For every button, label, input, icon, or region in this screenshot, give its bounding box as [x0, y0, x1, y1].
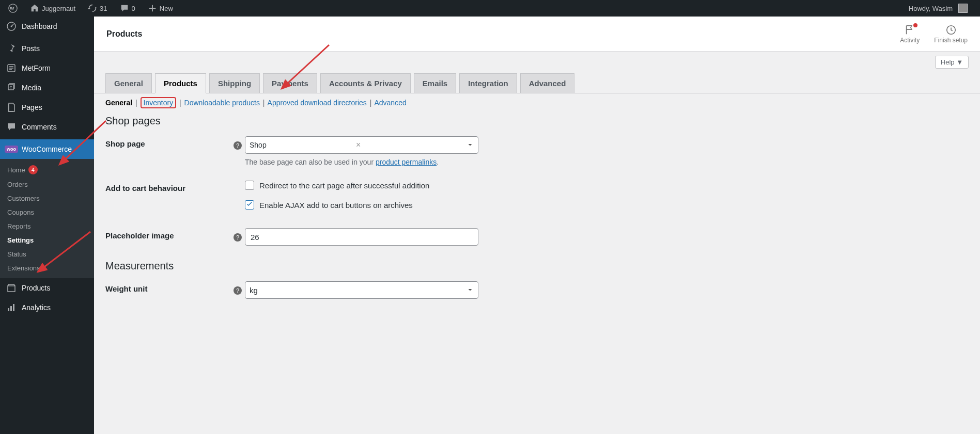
menu-label: WooCommerce: [22, 145, 72, 153]
submenu-settings[interactable]: Settings: [0, 233, 94, 247]
updates-link[interactable]: 31: [84, 0, 111, 17]
menu-label: Posts: [22, 44, 40, 53]
menu-metform[interactable]: MetForm: [0, 58, 94, 78]
row-placeholder-image: Placeholder image ?: [105, 228, 969, 246]
admin-bar: Juggernaut 31 0 New Howdy, Wasim: [0, 0, 980, 17]
submenu-status[interactable]: Status: [0, 247, 94, 261]
tab-emails[interactable]: Emails: [414, 73, 456, 93]
subtab-downloadable[interactable]: Downloadable products: [184, 99, 260, 107]
checkbox-redirect[interactable]: [245, 181, 254, 190]
help-icon[interactable]: ?: [234, 233, 242, 242]
menu-label: MetForm: [22, 64, 51, 72]
help-toggle[interactable]: Help ▼: [935, 56, 969, 69]
site-name: Juggernaut: [42, 5, 75, 12]
site-link[interactable]: Juggernaut: [26, 0, 80, 17]
menu-pages[interactable]: Pages: [0, 98, 94, 117]
menu-media[interactable]: Media: [0, 78, 94, 98]
row-shop-page: Shop page ? Shop × The base page can als…: [105, 136, 969, 166]
finish-label: Finish setup: [934, 37, 968, 44]
pin-icon: [6, 43, 17, 54]
label-add-to-cart: Add to cart behaviour: [105, 181, 234, 192]
svg-point-2: [11, 26, 12, 27]
weight-unit-value: kg: [250, 286, 258, 295]
weight-unit-select[interactable]: kg: [245, 281, 478, 299]
menu-dashboard[interactable]: Dashboard: [0, 17, 94, 36]
comments-icon: [6, 122, 17, 132]
checkbox-ajax-label: Enable AJAX add to cart buttons on archi…: [259, 201, 413, 210]
admin-sidebar: Dashboard Posts MetForm Media Pages Comm…: [0, 17, 94, 434]
tab-advanced[interactable]: Advanced: [520, 73, 575, 93]
menu-label: Dashboard: [22, 22, 57, 30]
submenu-orders[interactable]: Orders: [0, 178, 94, 191]
checkbox-ajax[interactable]: [245, 200, 254, 210]
placeholder-image-input[interactable]: [245, 228, 478, 246]
chevron-down-icon: [466, 141, 474, 149]
activity-label: Activity: [900, 37, 920, 44]
permalinks-link[interactable]: product permalinks: [376, 158, 437, 166]
svg-rect-5: [8, 308, 9, 311]
tab-general[interactable]: General: [105, 73, 152, 93]
submenu-extensions[interactable]: Extensions: [0, 261, 94, 275]
woo-submenu: Home 4 Orders Customers Coupons Reports …: [0, 159, 94, 278]
pages-icon: [6, 102, 17, 112]
shop-page-value: Shop: [250, 141, 356, 149]
menu-label: Products: [22, 284, 50, 292]
svg-rect-7: [13, 304, 14, 311]
tab-shipping[interactable]: Shipping: [209, 73, 260, 93]
label-shop-page: Shop page: [105, 136, 234, 148]
subtab-approved-dirs[interactable]: Approved download directories: [268, 99, 367, 107]
content-area: Products Activity Finish setup Help ▼ Ge…: [94, 17, 980, 434]
help-icon[interactable]: ?: [234, 286, 242, 295]
menu-posts[interactable]: Posts: [0, 39, 94, 58]
subtab-advanced[interactable]: Advanced: [374, 99, 406, 107]
new-label: New: [160, 5, 173, 12]
help-icon[interactable]: ?: [234, 141, 242, 150]
tab-accounts-privacy[interactable]: Accounts & Privacy: [320, 73, 411, 93]
finish-setup-button[interactable]: Finish setup: [934, 24, 968, 44]
chevron-down-icon: [466, 286, 474, 294]
submenu-customers[interactable]: Customers: [0, 191, 94, 205]
tab-products[interactable]: Products: [155, 73, 206, 93]
notification-dot: [913, 23, 917, 27]
label-placeholder: Placeholder image: [105, 228, 234, 240]
dashboard-icon: [6, 21, 17, 31]
tab-payments[interactable]: Payments: [263, 73, 317, 93]
submenu-label: Settings: [7, 236, 34, 244]
submenu-label: Status: [7, 250, 26, 258]
comments-count: 0: [132, 5, 135, 12]
clear-icon[interactable]: ×: [356, 140, 462, 150]
submenu-label: Extensions: [7, 264, 40, 272]
submenu-label: Home: [7, 166, 25, 174]
page-title: Products: [106, 29, 900, 39]
subtab-general[interactable]: General: [105, 99, 132, 107]
menu-label: Analytics: [22, 303, 51, 312]
woo-icon: woo: [6, 144, 17, 154]
form-icon: [6, 63, 17, 73]
submenu-home[interactable]: Home 4: [0, 162, 94, 178]
analytics-icon: [6, 302, 17, 313]
subtab-inventory[interactable]: Inventory: [144, 99, 174, 107]
wc-header: Products Activity Finish setup: [94, 17, 980, 52]
wp-logo[interactable]: [4, 0, 22, 17]
new-link[interactable]: New: [144, 0, 177, 17]
submenu-reports[interactable]: Reports: [0, 219, 94, 233]
tab-integration[interactable]: Integration: [459, 73, 517, 93]
menu-woocommerce[interactable]: woo WooCommerce: [0, 139, 94, 159]
submenu-coupons[interactable]: Coupons: [0, 205, 94, 219]
checkbox-redirect-label: Redirect to the cart page after successf…: [259, 181, 429, 190]
menu-comments[interactable]: Comments: [0, 117, 94, 137]
label-weight-unit: Weight unit: [105, 281, 234, 293]
svg-rect-4: [8, 286, 15, 292]
products-subtabs: General | Inventory | Downloadable produ…: [94, 93, 980, 112]
menu-label: Media: [22, 84, 41, 92]
section-heading-shop-pages: Shop pages: [105, 115, 969, 127]
activity-button[interactable]: Activity: [900, 24, 920, 44]
shop-page-select[interactable]: Shop ×: [245, 136, 478, 154]
menu-products[interactable]: Products: [0, 278, 94, 298]
submenu-label: Reports: [7, 222, 31, 230]
menu-analytics[interactable]: Analytics: [0, 298, 94, 317]
howdy-link[interactable]: Howdy, Wasim: [905, 0, 972, 17]
svg-rect-6: [10, 306, 12, 311]
shop-page-desc: The base page can also be used in your p…: [245, 158, 606, 166]
comments-link[interactable]: 0: [116, 0, 139, 17]
